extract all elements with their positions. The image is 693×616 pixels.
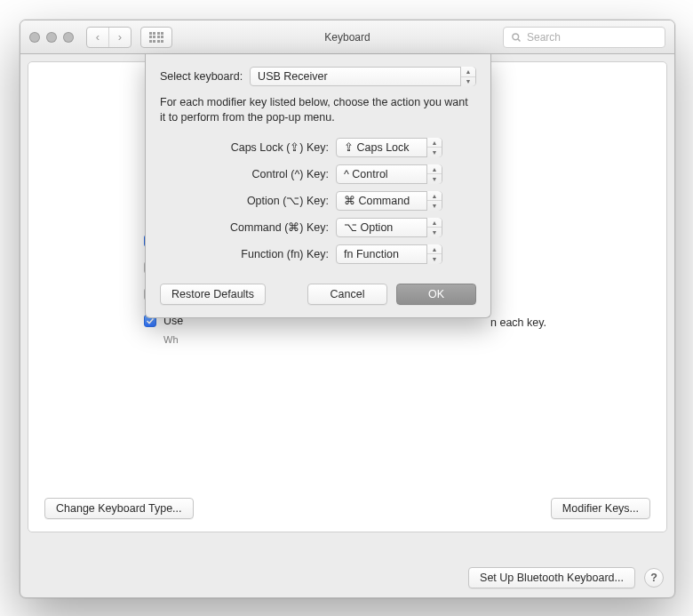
- chevron-updown-icon: ▲▼: [426, 138, 442, 157]
- search-field[interactable]: Search: [503, 27, 665, 48]
- map-command: Command (⌘) Key: ⌥ Option ▲▼: [160, 218, 476, 237]
- modifier-mappings: Caps Lock (⇪) Key: ⇪ Caps Lock ▲▼ Contro…: [160, 138, 476, 264]
- map-option-select[interactable]: ⌘ Command ▲▼: [336, 191, 442, 211]
- back-button[interactable]: ‹: [87, 28, 109, 47]
- show-all-button[interactable]: [140, 27, 172, 48]
- window-footer: Set Up Bluetooth Keyboard... ?: [20, 558, 674, 597]
- map-label: Option (⌥) Key:: [160, 194, 329, 207]
- chevron-updown-icon: ▲▼: [460, 67, 475, 86]
- map-capslock: Caps Lock (⇪) Key: ⇪ Caps Lock ▲▼: [160, 138, 476, 157]
- chevron-updown-icon: ▲▼: [426, 218, 442, 237]
- ok-button[interactable]: OK: [396, 284, 476, 305]
- change-keyboard-type-button[interactable]: Change Keyboard Type...: [44, 498, 194, 519]
- map-label: Caps Lock (⇪) Key:: [160, 140, 329, 154]
- keyboard-select-row: Select keyboard: USB Receiver ▲▼: [160, 67, 476, 86]
- svg-point-0: [513, 33, 519, 39]
- option-subtext: Wh: [163, 334, 183, 345]
- chevron-updown-icon: ▲▼: [426, 191, 442, 211]
- restore-defaults-button[interactable]: Restore Defaults: [160, 284, 266, 305]
- option-tail-text: n each key.: [490, 316, 546, 329]
- map-control: Control (^) Key: ^ Control ▲▼: [160, 164, 476, 184]
- zoom-dot[interactable]: [63, 32, 74, 43]
- window-controls: [29, 32, 74, 43]
- cancel-button[interactable]: Cancel: [307, 284, 387, 305]
- modifier-keys-sheet: Select keyboard: USB Receiver ▲▼ For eac…: [145, 54, 491, 318]
- map-option: Option (⌥) Key: ⌘ Command ▲▼: [160, 191, 476, 211]
- map-value: ^ Control: [344, 168, 388, 180]
- keyboard-select[interactable]: USB Receiver ▲▼: [250, 67, 476, 86]
- keyboard-select-label: Select keyboard:: [160, 70, 243, 83]
- map-label: Command (⌘) Key:: [160, 220, 329, 234]
- toolbar: ‹ › Keyboard Search: [20, 20, 674, 54]
- svg-line-1: [518, 38, 521, 41]
- map-control-select[interactable]: ^ Control ▲▼: [336, 164, 442, 184]
- nav-segmented: ‹ ›: [86, 27, 131, 48]
- map-value: ⇪ Caps Lock: [344, 140, 410, 154]
- map-capslock-select[interactable]: ⇪ Caps Lock ▲▼: [336, 138, 442, 157]
- map-function-select[interactable]: fn Function ▲▼: [336, 244, 442, 264]
- map-value: fn Function: [344, 248, 399, 260]
- map-label: Control (^) Key:: [160, 168, 329, 180]
- sheet-footer: Restore Defaults Cancel OK: [160, 284, 476, 305]
- map-value: ⌥ Option: [344, 220, 393, 234]
- search-placeholder: Search: [527, 31, 561, 44]
- close-dot[interactable]: [29, 32, 40, 43]
- grid-icon: [149, 32, 164, 43]
- map-label: Function (fn) Key:: [160, 248, 329, 260]
- map-function: Function (fn) Key: fn Function ▲▼: [160, 244, 476, 264]
- minimize-dot[interactable]: [46, 32, 57, 43]
- chevron-updown-icon: ▲▼: [426, 244, 442, 264]
- panel-footer: Change Keyboard Type... Modifier Keys...: [44, 498, 650, 519]
- setup-bluetooth-button[interactable]: Set Up Bluetooth Keyboard...: [468, 567, 635, 588]
- modifier-keys-button[interactable]: Modifier Keys...: [551, 498, 650, 519]
- search-icon: [511, 32, 522, 43]
- preferences-window: ‹ › Keyboard Search: [20, 20, 675, 598]
- map-value: ⌘ Command: [344, 194, 410, 207]
- map-command-select[interactable]: ⌥ Option ▲▼: [336, 218, 442, 237]
- sheet-explain: For each modifier key listed below, choo…: [160, 95, 476, 125]
- keyboard-select-value: USB Receiver: [258, 70, 328, 83]
- forward-button[interactable]: ›: [109, 28, 131, 47]
- help-button[interactable]: ?: [644, 568, 664, 588]
- chevron-updown-icon: ▲▼: [426, 164, 442, 184]
